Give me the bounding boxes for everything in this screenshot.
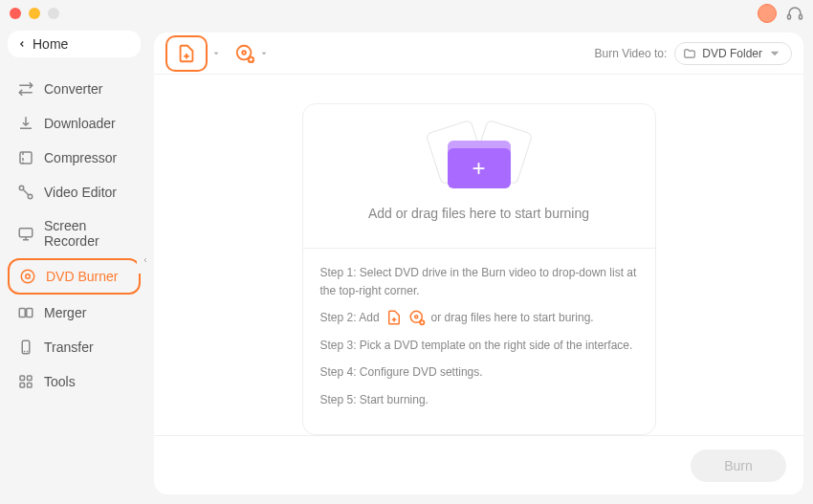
step-3: Step 3: Pick a DVD template on the right… xyxy=(320,337,638,355)
svg-rect-10 xyxy=(22,340,30,354)
minimize-window-button[interactable] xyxy=(29,8,40,19)
sidebar-item-label: Video Editor xyxy=(44,185,117,200)
step-2-suffix: or drag files here to start buring. xyxy=(431,309,594,327)
add-file-icon xyxy=(176,43,197,64)
svg-rect-9 xyxy=(27,309,33,318)
home-label: Home xyxy=(33,36,68,52)
step-1: Step 1: Select DVD drive in the Burn vid… xyxy=(320,264,638,299)
sidebar-item-merger[interactable]: Merger xyxy=(8,296,141,329)
tools-icon xyxy=(17,373,34,390)
svg-rect-0 xyxy=(788,15,791,20)
sidebar-item-downloader[interactable]: Downloader xyxy=(8,107,141,140)
svg-point-7 xyxy=(26,274,31,279)
sidebar-item-label: DVD Burner xyxy=(46,269,118,284)
sidebar-item-label: Compressor xyxy=(44,150,117,165)
merger-icon xyxy=(17,304,34,321)
transfer-icon xyxy=(17,339,34,356)
add-disc-dropdown[interactable] xyxy=(259,49,269,58)
add-file-icon xyxy=(385,309,403,326)
step-5: Step 5: Start burning. xyxy=(320,391,638,409)
main-panel: Burn Video to: DVD Folder + Add or drag … xyxy=(154,33,803,494)
drop-zone[interactable]: + Add or drag files here to start burnin… xyxy=(303,104,655,249)
drop-caption: Add or drag files here to start burning xyxy=(368,206,589,221)
toolbar: Burn Video to: DVD Folder xyxy=(154,33,803,75)
svg-rect-1 xyxy=(800,15,802,20)
footer: Burn xyxy=(154,435,803,494)
svg-rect-8 xyxy=(19,309,25,318)
sidebar-item-screen-recorder[interactable]: Screen Recorder xyxy=(8,210,141,256)
video-editor-icon xyxy=(17,184,34,201)
burn-to-select[interactable]: DVD Folder xyxy=(674,42,792,65)
drop-card: + Add or drag files here to start burnin… xyxy=(302,103,656,435)
sidebar-item-label: Converter xyxy=(44,81,102,97)
burn-to-value: DVD Folder xyxy=(702,47,762,60)
chevron-down-icon xyxy=(768,47,781,60)
burn-to-label: Burn Video to: xyxy=(594,47,667,60)
svg-rect-5 xyxy=(19,229,33,237)
add-file-button[interactable] xyxy=(165,35,208,72)
collapse-sidebar-button[interactable] xyxy=(137,247,154,274)
sidebar-item-dvd-burner[interactable]: DVD Burner xyxy=(8,258,141,295)
burn-label: Burn xyxy=(724,458,753,473)
maximize-window-button[interactable] xyxy=(48,8,59,19)
home-button[interactable]: Home xyxy=(8,31,141,57)
titlebar xyxy=(0,0,813,27)
content-area: + Add or drag files here to start burnin… xyxy=(154,75,803,435)
folder-illustration: + xyxy=(427,125,532,192)
add-disc-icon xyxy=(234,43,255,64)
downloader-icon xyxy=(17,115,34,132)
sidebar-item-label: Merger xyxy=(44,305,86,320)
burn-button[interactable]: Burn xyxy=(691,449,786,482)
screen-recorder-icon xyxy=(17,225,34,242)
chevron-left-icon xyxy=(142,256,149,264)
add-disc-icon xyxy=(408,309,426,326)
sidebar-item-converter[interactable]: Converter xyxy=(8,73,141,105)
svg-rect-11 xyxy=(20,376,25,381)
svg-point-6 xyxy=(21,270,34,283)
dvd-burner-icon xyxy=(19,268,36,285)
sidebar: Home Converter Downloader Compressor Vid… xyxy=(0,27,148,504)
sidebar-item-label: Tools xyxy=(44,374,76,389)
converter-icon xyxy=(17,80,34,98)
step-2: Step 2: Add or drag files here to start … xyxy=(320,309,638,327)
step-4: Step 4: Configure DVD settings. xyxy=(320,363,638,382)
folder-icon xyxy=(683,47,696,60)
sidebar-item-compressor[interactable]: Compressor xyxy=(8,142,141,174)
user-avatar[interactable] xyxy=(758,4,777,23)
sidebar-item-label: Transfer xyxy=(44,340,94,355)
step-2-prefix: Step 2: Add xyxy=(320,309,380,327)
svg-rect-12 xyxy=(28,376,33,381)
svg-point-16 xyxy=(242,51,246,55)
close-window-button[interactable] xyxy=(10,8,21,19)
sidebar-item-label: Downloader xyxy=(44,116,116,131)
plus-icon: + xyxy=(472,157,485,180)
chevron-left-icon xyxy=(17,39,27,49)
svg-rect-2 xyxy=(20,152,32,164)
support-icon[interactable] xyxy=(786,5,803,22)
svg-rect-13 xyxy=(20,383,25,388)
svg-rect-14 xyxy=(28,383,33,388)
sidebar-item-label: Screen Recorder xyxy=(44,218,131,249)
sidebar-item-tools[interactable]: Tools xyxy=(8,365,141,398)
sidebar-item-video-editor[interactable]: Video Editor xyxy=(8,176,141,208)
add-file-dropdown[interactable] xyxy=(211,49,221,58)
sidebar-item-transfer[interactable]: Transfer xyxy=(8,331,141,363)
steps-panel: Step 1: Select DVD drive in the Burn vid… xyxy=(303,249,655,435)
compressor-icon xyxy=(17,149,34,166)
window-controls xyxy=(10,8,59,19)
add-disc-button[interactable] xyxy=(234,43,255,64)
svg-point-19 xyxy=(414,316,417,318)
